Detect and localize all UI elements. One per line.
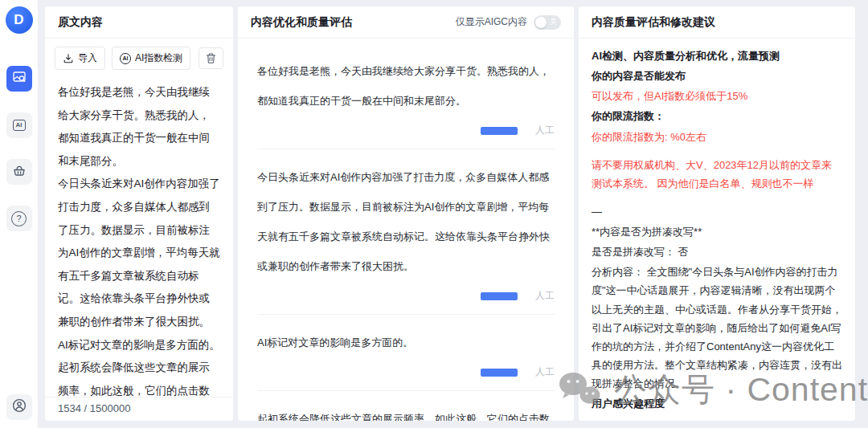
report-line: 你的限流指数：	[592, 107, 842, 125]
report-line: 分析内容： 全文围绕"今日头条与AI创作内容的打击力度"这一中心话题展开，内容逻…	[592, 263, 842, 393]
content-block: 今日头条近来对AI创作内容加强了打击力度，众多自媒体人都感到了压力。数据显示，目…	[257, 162, 555, 315]
human-score-bar	[481, 127, 518, 135]
evaluation-panel: 内容质量评估和修改建议 AI检测、内容质量分析和优化，流量预测你的内容是否能发布…	[579, 6, 855, 421]
original-paragraph: 今日头条近来对AI创作内容加强了打击力度，众多自媒体人都感到了压力。数据显示，目…	[58, 173, 220, 333]
optimization-panel: 内容优化和质量评估 仅显示AIGC内容 关 各位好我是老熊，今天由我继续给大家分…	[238, 6, 574, 421]
char-counter: 1534 / 1500000	[58, 402, 130, 414]
logo-letter: D	[14, 12, 23, 28]
original-paragraph: AI标记对文章的影响是多方面的。	[58, 334, 220, 357]
trash-icon	[205, 52, 217, 64]
panel-title: 原文内容	[58, 15, 103, 30]
block-tag: 人工	[535, 124, 555, 137]
sidebar-item-tools[interactable]	[6, 159, 32, 185]
import-button-label: 导入	[78, 51, 97, 65]
app-logo: D	[6, 6, 33, 34]
report-line: **内容是否为拼凑改写**	[592, 222, 842, 241]
panels-container: 原文内容 导入 AI AI指数检测	[39, 0, 868, 428]
ai-icon: AI	[13, 120, 26, 131]
content-block: 起初系统会降低这些文章的展示频率，如此这般，它们的点击数和阅读量就会大幅下降。 …	[257, 404, 555, 421]
toggle-state-label: 关	[550, 18, 557, 26]
sidebar-rail: D AI ?	[0, 0, 39, 428]
block-text: 各位好我是老熊，今天由我继续给大家分享干货。熟悉我的人，都知道我真正的干货一般在…	[257, 56, 555, 116]
aigc-only-toggle[interactable]: 关	[534, 15, 561, 30]
block-text: 今日头条近来对AI创作内容加强了打击力度，众多自媒体人都感到了压力。数据显示，目…	[257, 162, 555, 281]
original-text-editor[interactable]: 各位好我是老熊，今天由我继续给大家分享干货。熟悉我的人，都知道我真正的干货一般在…	[45, 75, 233, 397]
sidebar-item-account[interactable]	[6, 394, 32, 420]
original-paragraph: 各位好我是老熊，今天由我继续给大家分享干货。熟悉我的人，都知道我真正的干货一般在…	[58, 81, 220, 173]
toggle-label: 仅显示AIGC内容	[456, 15, 527, 29]
import-button[interactable]: 导入	[55, 47, 105, 70]
toggle-knob	[535, 17, 547, 28]
clear-content-button[interactable]	[199, 47, 223, 69]
panel-title: 内容优化和质量评估	[251, 15, 352, 30]
block-tag: 人工	[535, 365, 555, 379]
report-line: 用户感兴趣程度	[592, 394, 842, 413]
block-tag: 人工	[535, 289, 555, 303]
image-search-icon	[12, 70, 27, 88]
evaluation-header: 内容质量评估和修改建议	[579, 6, 855, 39]
sidebar-item-detect[interactable]	[6, 66, 32, 92]
report-line: AI检测、内容质量分析和优化，流量预测	[592, 47, 842, 65]
aigc-filter: 仅显示AIGC内容 关	[456, 15, 561, 30]
panel-title: 内容质量评估和修改建议	[592, 15, 715, 30]
help-icon: ?	[11, 211, 27, 226]
block-text: 起初系统会降低这些文章的展示频率，如此这般，它们的点击数和阅读量就会大幅下降。	[257, 404, 555, 421]
original-content-header: 原文内容	[45, 6, 233, 39]
original-paragraph: 起初系统会降低这些文章的展示频率，如此这般，它们的点击数和阅读量就会大幅下降。	[58, 357, 220, 397]
evaluation-report: AI检测、内容质量分析和优化，流量预测你的内容是否能发布可以发布，但AI指数必须…	[579, 39, 855, 421]
report-line: 可以发布，但AI指数必须低于15%	[592, 87, 842, 105]
block-meta: 人工	[257, 116, 555, 149]
block-meta: 人工	[257, 357, 555, 390]
block-meta: 人工	[257, 281, 555, 314]
report-line: 是否是拼凑改写： 否	[592, 243, 842, 261]
ai-index-detect-button[interactable]: AI AI指数检测	[112, 47, 190, 70]
char-counter-bar: 1534 / 1500000	[45, 397, 233, 421]
human-score-bar	[481, 369, 518, 377]
detect-button-label: AI指数检测	[135, 51, 182, 65]
optimized-content-list[interactable]: 各位好我是老熊，今天由我继续给大家分享干货。熟悉我的人，都知道我真正的干货一般在…	[238, 39, 574, 421]
content-block: AI标记对文章的影响是多方面的。 人工	[257, 328, 555, 391]
original-toolbar: 导入 AI AI指数检测	[45, 39, 233, 75]
app-window: D AI ?	[0, 0, 868, 428]
import-icon	[63, 53, 74, 64]
content-block: 各位好我是老熊，今天由我继续给大家分享干货。熟悉我的人，都知道我真正的干货一般在…	[257, 56, 555, 149]
original-content-panel: 原文内容 导入 AI AI指数检测	[45, 6, 233, 421]
account-icon	[11, 397, 27, 417]
report-line: 你的限流指数为: %0左右	[592, 128, 842, 146]
optimization-header: 内容优化和质量评估 仅显示AIGC内容 关	[238, 6, 574, 39]
report-line: —	[592, 202, 842, 221]
report-line: 你的内容是否能发布	[592, 67, 842, 85]
sidebar-item-help[interactable]: ?	[6, 206, 32, 231]
block-text: AI标记对文章的影响是多方面的。	[257, 328, 555, 357]
human-score-bar	[481, 292, 518, 300]
sidebar-item-ai[interactable]: AI	[6, 112, 32, 138]
report-line: 请不要用权威机构、大V、2023年12月以前的文章来测试本系统。 因为他们是白名…	[592, 156, 842, 193]
ai-circle-icon: AI	[120, 53, 131, 64]
basket-icon	[12, 163, 27, 181]
